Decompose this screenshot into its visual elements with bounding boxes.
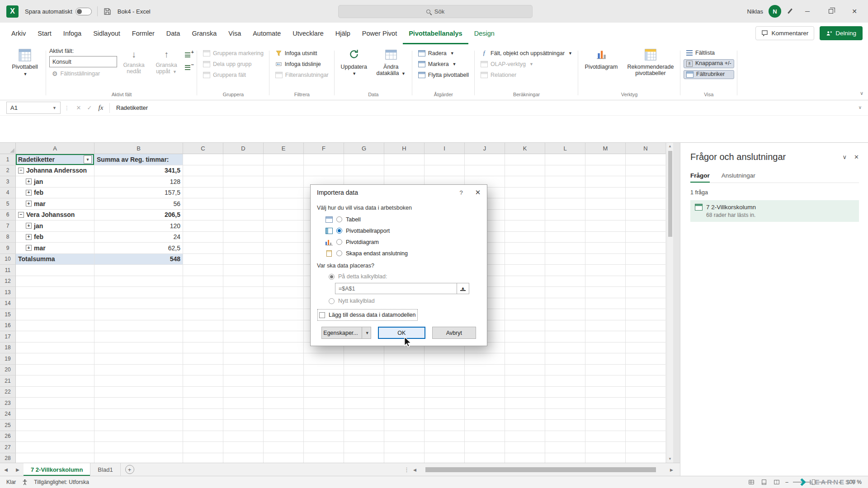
cell-M10[interactable] bbox=[585, 254, 626, 265]
cell-M8[interactable] bbox=[585, 232, 626, 243]
cell-C7[interactable] bbox=[183, 221, 223, 232]
cell-H20[interactable] bbox=[384, 365, 425, 376]
cell-D6[interactable] bbox=[223, 210, 264, 221]
cell-N15[interactable] bbox=[626, 309, 666, 320]
cell-D2[interactable] bbox=[223, 165, 264, 177]
ribbon-tab-pivottabellanalys[interactable]: Pivottabellanalys bbox=[403, 23, 468, 44]
cell-N4[interactable] bbox=[626, 188, 666, 199]
row-header-22[interactable]: 22 bbox=[0, 387, 16, 398]
cell-C1[interactable] bbox=[183, 154, 223, 165]
pane-close-icon[interactable]: ✕ bbox=[854, 154, 859, 160]
cell-L2[interactable] bbox=[545, 165, 585, 177]
restore-button[interactable] bbox=[822, 4, 840, 19]
cell-C15[interactable] bbox=[183, 309, 223, 320]
normal-view-icon[interactable] bbox=[747, 479, 755, 486]
cell-J21[interactable] bbox=[465, 375, 505, 387]
move-pivottable-button[interactable]: Flytta pivottabell bbox=[415, 70, 472, 80]
cell-A13[interactable] bbox=[16, 287, 94, 298]
cell-N9[interactable] bbox=[626, 243, 666, 254]
cell-A23[interactable] bbox=[16, 398, 94, 409]
cell-L26[interactable] bbox=[545, 431, 585, 442]
col-header-C[interactable]: C bbox=[183, 143, 223, 154]
cell-I23[interactable] bbox=[425, 398, 465, 409]
cell-D4[interactable] bbox=[223, 188, 264, 199]
row-header-3[interactable]: 3 bbox=[0, 176, 16, 188]
vertical-scroll-thumb[interactable] bbox=[668, 151, 672, 237]
row-header-21[interactable]: 21 bbox=[0, 375, 16, 387]
ribbon-tab-utvecklare[interactable]: Utvecklare bbox=[287, 23, 330, 44]
place-option-existing-sheet[interactable]: På detta kalkylblad: bbox=[316, 272, 481, 282]
cell-L13[interactable] bbox=[545, 287, 585, 298]
cell-A28[interactable] bbox=[16, 453, 94, 463]
cell-B16[interactable] bbox=[94, 320, 183, 332]
dialog-help-icon[interactable]: ? bbox=[453, 189, 469, 196]
ribbon-tab-formler[interactable]: Formler bbox=[126, 23, 160, 44]
cell-D24[interactable] bbox=[223, 409, 264, 420]
row-header-9[interactable]: 9 bbox=[0, 243, 16, 254]
cell-L16[interactable] bbox=[545, 320, 585, 332]
cell-M15[interactable] bbox=[585, 309, 626, 320]
cell-H21[interactable] bbox=[384, 375, 425, 387]
cell-M14[interactable] bbox=[585, 298, 626, 310]
cell-G27[interactable] bbox=[344, 442, 384, 453]
cell-H28[interactable] bbox=[384, 453, 425, 463]
cell-B21[interactable] bbox=[94, 375, 183, 387]
ribbon-tab-data[interactable]: Data bbox=[160, 23, 186, 44]
cell-H24[interactable] bbox=[384, 409, 425, 420]
cell-F23[interactable] bbox=[304, 398, 344, 409]
cell-A10[interactable]: Totalsumma bbox=[16, 254, 94, 265]
view-option-table[interactable]: Tabell bbox=[316, 214, 481, 225]
cell-K5[interactable] bbox=[505, 198, 545, 210]
cell-C9[interactable] bbox=[183, 243, 223, 254]
cell-K16[interactable] bbox=[505, 320, 545, 332]
cell-L22[interactable] bbox=[545, 387, 585, 398]
row-header-19[interactable]: 19 bbox=[0, 353, 16, 365]
filter-dropdown-icon[interactable]: ▾ bbox=[84, 155, 92, 164]
sheet-nav-left-icon[interactable]: ◀ bbox=[0, 463, 12, 476]
cell-A17[interactable] bbox=[16, 331, 94, 343]
cell-F19[interactable] bbox=[304, 353, 344, 365]
cell-B23[interactable] bbox=[94, 398, 183, 409]
cell-E21[interactable] bbox=[264, 375, 304, 387]
cell-L6[interactable] bbox=[545, 210, 585, 221]
insert-timeline-button[interactable]: Infoga tidslinje bbox=[273, 60, 331, 69]
collapse-glyph[interactable]: − bbox=[18, 212, 24, 218]
cell-N1[interactable] bbox=[626, 154, 666, 165]
cell-M7[interactable] bbox=[585, 221, 626, 232]
cell-N13[interactable] bbox=[626, 287, 666, 298]
cell-C14[interactable] bbox=[183, 298, 223, 310]
olap-tools-button[interactable]: OLAP-verktyg▼ bbox=[478, 60, 575, 69]
cell-D1[interactable] bbox=[223, 154, 264, 165]
cell-H19[interactable] bbox=[384, 353, 425, 365]
cell-D20[interactable] bbox=[223, 365, 264, 376]
row-header-12[interactable]: 12 bbox=[0, 276, 16, 287]
avatar[interactable]: N bbox=[769, 5, 781, 18]
cell-E4[interactable] bbox=[264, 188, 304, 199]
cell-M17[interactable] bbox=[585, 331, 626, 343]
cell-L27[interactable] bbox=[545, 442, 585, 453]
cell-L15[interactable] bbox=[545, 309, 585, 320]
cell-J1[interactable] bbox=[465, 154, 505, 165]
cell-G21[interactable] bbox=[344, 375, 384, 387]
cell-L28[interactable] bbox=[545, 453, 585, 463]
row-header-23[interactable]: 23 bbox=[0, 398, 16, 409]
cell-D27[interactable] bbox=[223, 442, 264, 453]
cell-D13[interactable] bbox=[223, 287, 264, 298]
cell-H23[interactable] bbox=[384, 398, 425, 409]
cell-K21[interactable] bbox=[505, 375, 545, 387]
cell-A26[interactable] bbox=[16, 431, 94, 442]
cell-K28[interactable] bbox=[505, 453, 545, 463]
cell-A19[interactable] bbox=[16, 353, 94, 365]
cell-M5[interactable] bbox=[585, 198, 626, 210]
cell-F28[interactable] bbox=[304, 453, 344, 463]
cell-K7[interactable] bbox=[505, 221, 545, 232]
cell-A18[interactable] bbox=[16, 343, 94, 354]
scroll-down-icon[interactable]: ▼ bbox=[668, 455, 672, 463]
cell-E17[interactable] bbox=[264, 331, 304, 343]
cell-M24[interactable] bbox=[585, 409, 626, 420]
row-header-27[interactable]: 27 bbox=[0, 442, 16, 453]
cell-N16[interactable] bbox=[626, 320, 666, 332]
cell-F21[interactable] bbox=[304, 375, 344, 387]
cell-J19[interactable] bbox=[465, 353, 505, 365]
cell-B20[interactable] bbox=[94, 365, 183, 376]
